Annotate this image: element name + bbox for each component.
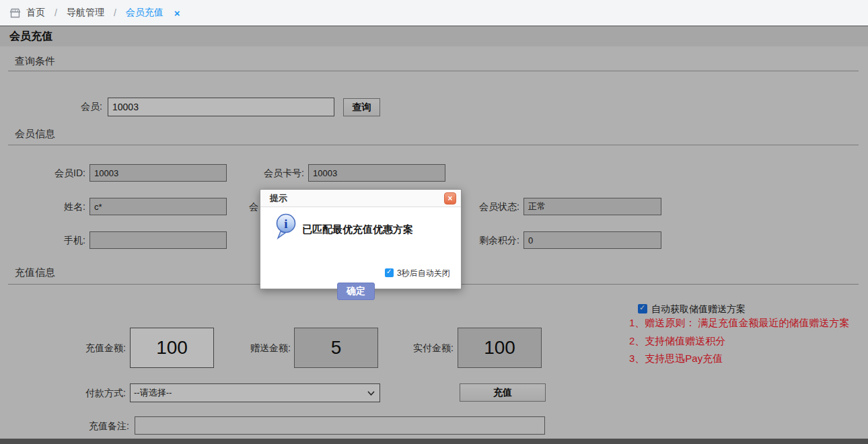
svg-text:i: i: [284, 217, 287, 231]
dialog-title: 提示: [270, 193, 287, 203]
dialog-close-icon[interactable]: ×: [444, 192, 456, 205]
breadcrumb-separator: /: [55, 7, 57, 18]
breadcrumb-separator: /: [114, 7, 116, 18]
breadcrumb-nav-management[interactable]: 导航管理: [67, 7, 104, 19]
dialog-message: 已匹配最优充值优惠方案: [302, 223, 413, 236]
dialog-titlebar: 提示 ×: [260, 190, 461, 207]
ok-button[interactable]: 确定: [337, 283, 375, 300]
breadcrumb: 首页 / 导航管理 / 会员充值 ×: [0, 0, 868, 26]
home-icon[interactable]: [9, 7, 21, 19]
prompt-dialog: 提示 × i 已匹配最优充值优惠方案 3秒后自动关闭 确定: [260, 189, 462, 289]
tab-member-recharge[interactable]: 会员充值: [126, 7, 164, 19]
breadcrumb-home[interactable]: 首页: [26, 7, 45, 19]
dialog-body: i 已匹配最优充值优惠方案 3秒后自动关闭 确定: [260, 207, 461, 289]
tab-close-icon[interactable]: ×: [174, 7, 180, 19]
auto-close-checkbox[interactable]: [385, 268, 394, 277]
info-icon: i: [274, 213, 298, 241]
auto-close-checkbox-label: 3秒后自动关闭: [397, 268, 450, 279]
